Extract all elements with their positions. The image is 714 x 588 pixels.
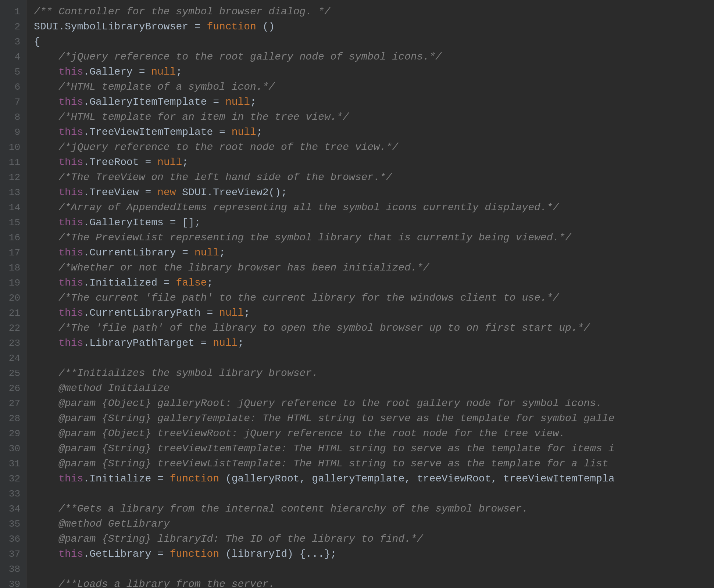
code-keyword: null <box>194 245 219 261</box>
code-line: /*Whether or not the library browser has… <box>34 261 707 276</box>
code-line: /*The current 'file path' to the current… <box>34 291 707 306</box>
code-indent <box>34 65 58 80</box>
code-line: /**Loads a library from the server. <box>34 577 707 588</box>
line-number: 30 <box>7 441 20 456</box>
line-number: 20 <box>7 291 20 306</box>
code-plain: .LibraryPathTarget = <box>83 336 213 351</box>
code-comment: /*The current 'file path' to the current… <box>58 291 559 306</box>
code-line: /*jQuery reference to the root node of t… <box>34 140 707 155</box>
line-number: 24 <box>7 351 20 366</box>
code-this: this <box>58 125 83 140</box>
code-line: this.CurrentLibraryPath = null; <box>34 306 707 321</box>
code-indent <box>34 95 58 110</box>
code-plain: ; <box>176 65 182 80</box>
code-plain: ; <box>207 276 213 291</box>
code-comment: @param {String} treeViewItemTemplate: Th… <box>58 441 614 456</box>
line-number: 6 <box>7 80 20 95</box>
code-plain: SDUI.TreeView2(); <box>176 185 287 200</box>
code-line: { <box>34 35 707 50</box>
code-line: /*Array of AppendedItems representing al… <box>34 200 707 215</box>
code-line: this.TreeView = new SDUI.TreeView2(); <box>34 185 707 200</box>
code-plain: ; <box>256 125 263 140</box>
code-keyword: new <box>157 185 176 200</box>
line-number: 2 <box>7 19 20 35</box>
code-plain: ; <box>250 95 256 110</box>
code-plain: .Initialized = <box>83 276 176 291</box>
code-plain: .Initialize = <box>83 472 169 487</box>
code-line <box>34 351 707 366</box>
code-line: this.GetLibrary = function (libraryId) {… <box>34 547 707 562</box>
code-keyword: null <box>157 155 182 170</box>
line-number: 18 <box>7 261 20 276</box>
code-area[interactable]: /** Controller for the symbol browser di… <box>26 0 714 588</box>
line-number: 5 <box>7 65 20 80</box>
line-number: 35 <box>7 517 20 532</box>
code-indent <box>34 276 58 291</box>
line-number: 17 <box>7 245 20 261</box>
code-this: this <box>58 306 83 321</box>
code-indent <box>34 336 58 351</box>
code-plain: .GalleryItems = []; <box>83 215 200 230</box>
code-comment: /** Controller for the symbol browser di… <box>34 4 331 19</box>
code-comment: @param {String} libraryId: The ID of the… <box>58 532 423 547</box>
code-line: /**Initializes the symbol library browse… <box>34 366 707 381</box>
code-line: this.Initialized = false; <box>34 276 707 291</box>
line-number: 7 <box>7 95 20 110</box>
code-plain: ; <box>219 245 225 261</box>
line-number: 37 <box>7 547 20 562</box>
code-indent <box>34 200 58 215</box>
line-number: 9 <box>7 125 20 140</box>
line-number: 34 <box>7 502 20 517</box>
code-plain: SDUI.SymbolLibraryBrowser = <box>34 19 207 35</box>
code-line: this.Initialize = function (galleryRoot,… <box>34 472 707 487</box>
code-comment: /*jQuery reference to the root gallery n… <box>58 50 442 65</box>
code-indent <box>34 291 58 306</box>
code-this: this <box>58 547 83 562</box>
code-plain: ; <box>244 306 250 321</box>
code-this: this <box>58 336 83 351</box>
code-plain: .GalleryItemTemplate = <box>83 95 225 110</box>
code-indent <box>34 411 58 426</box>
line-number: 4 <box>7 50 20 65</box>
code-line: @param {String} galleryTemplate: The HTM… <box>34 411 707 426</box>
code-editor: 1234567891011121314151617181920212223242… <box>0 0 714 588</box>
code-indent <box>34 245 58 261</box>
line-number: 12 <box>7 170 20 185</box>
line-number: 3 <box>7 35 20 50</box>
code-comment: /*The TreeView on the left hand side of … <box>58 170 392 185</box>
code-indent <box>34 381 58 396</box>
code-line: this.Gallery = null; <box>34 65 707 80</box>
code-comment: /**Loads a library from the server. <box>58 577 275 588</box>
line-number: 28 <box>7 411 20 426</box>
code-indent <box>34 215 58 230</box>
code-comment: /*HTML template for an item in the tree … <box>58 110 349 125</box>
line-number: 27 <box>7 396 20 411</box>
code-line: @method GetLibrary <box>34 517 707 532</box>
line-number: 38 <box>7 562 20 577</box>
code-this: this <box>58 245 83 261</box>
code-line: /*jQuery reference to the root gallery n… <box>34 50 707 65</box>
code-plain: .TreeRoot = <box>83 155 157 170</box>
code-comment: /**Initializes the symbol library browse… <box>58 366 318 381</box>
code-line: @param {Object} galleryRoot: jQuery refe… <box>34 396 707 411</box>
code-line: this.TreeViewItemTemplate = null; <box>34 125 707 140</box>
code-keyword: null <box>225 95 250 110</box>
code-line: this.GalleryItemTemplate = null; <box>34 95 707 110</box>
code-indent <box>34 472 58 487</box>
code-plain: .CurrentLibrary = <box>83 245 194 261</box>
line-number: 36 <box>7 532 20 547</box>
code-line: @method Initialize <box>34 381 707 396</box>
code-plain: .TreeViewItemTemplate = <box>83 125 231 140</box>
code-keyword: null <box>219 306 244 321</box>
code-plain: .GetLibrary = <box>83 547 169 562</box>
line-number: 21 <box>7 306 20 321</box>
code-indent <box>34 366 58 381</box>
code-line: /**Gets a library from the internal cont… <box>34 502 707 517</box>
code-plain: () <box>256 19 275 35</box>
code-indent <box>34 80 58 95</box>
code-indent <box>34 502 58 517</box>
code-line <box>34 487 707 502</box>
code-indent <box>34 396 58 411</box>
code-indent <box>34 261 58 276</box>
code-indent <box>34 185 58 200</box>
